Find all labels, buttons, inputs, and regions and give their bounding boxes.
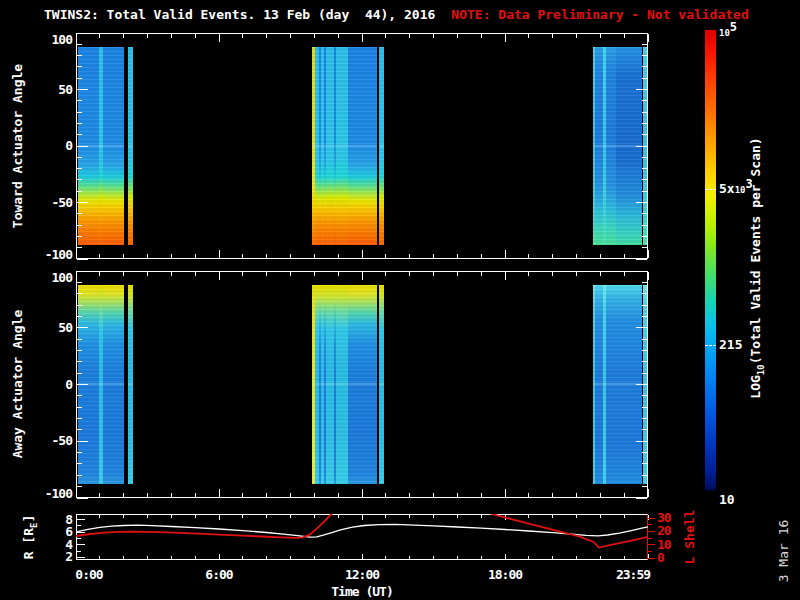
x-tick bbox=[576, 493, 577, 497]
x-tick bbox=[147, 272, 148, 276]
y-tick bbox=[642, 463, 647, 464]
x-tick bbox=[76, 250, 77, 258]
y-tick-label: 100 bbox=[38, 270, 72, 285]
y-tick bbox=[642, 213, 647, 214]
y-tick bbox=[77, 486, 82, 487]
x-axis-title: Time (UT) bbox=[327, 584, 397, 599]
y-tick bbox=[642, 236, 647, 237]
y-tick bbox=[636, 327, 647, 328]
colorbar-label: 10 bbox=[719, 492, 735, 507]
toward-heatmap-block bbox=[312, 47, 377, 246]
y-tick bbox=[642, 123, 647, 124]
zero-angle-band bbox=[643, 383, 647, 385]
x-tick bbox=[171, 34, 172, 38]
y-tick bbox=[642, 339, 647, 340]
x-tick bbox=[624, 254, 625, 258]
y-tick bbox=[77, 191, 82, 192]
y-tick bbox=[642, 191, 647, 192]
x-tick bbox=[362, 489, 363, 497]
y-tick bbox=[642, 316, 647, 317]
x-tick bbox=[147, 34, 148, 38]
x-tick bbox=[99, 493, 100, 497]
y-tick bbox=[77, 305, 82, 306]
y-tick bbox=[642, 361, 647, 362]
y-tick-label: -100 bbox=[38, 247, 72, 262]
colorbar-tick bbox=[705, 345, 716, 346]
y-tick bbox=[77, 89, 88, 90]
x-tick bbox=[171, 272, 172, 276]
x-tick bbox=[290, 272, 291, 276]
x-tick bbox=[552, 272, 553, 276]
x-tick bbox=[552, 34, 553, 38]
x-tick bbox=[171, 493, 172, 497]
r-axis-title: R [RE] bbox=[21, 515, 39, 560]
y-tick bbox=[77, 134, 82, 135]
y-tick bbox=[642, 78, 647, 79]
x-tick bbox=[147, 254, 148, 258]
y-tick bbox=[636, 33, 647, 34]
x-tick bbox=[385, 493, 386, 497]
y-tick bbox=[77, 100, 82, 101]
zero-angle-band bbox=[593, 383, 642, 385]
x-tick bbox=[338, 254, 339, 258]
x-tick bbox=[242, 272, 243, 276]
r-line bbox=[76, 524, 648, 537]
y-tick bbox=[642, 66, 647, 67]
x-tick bbox=[600, 254, 601, 258]
x-tick bbox=[338, 34, 339, 38]
y-tick bbox=[77, 475, 82, 476]
plot-title: TWINS2: Total Valid Events. 13 Feb (day … bbox=[44, 7, 749, 22]
l-shell-tick bbox=[648, 558, 655, 559]
x-tick bbox=[195, 272, 196, 276]
y-tick bbox=[642, 134, 647, 135]
away-heatmap-block bbox=[128, 285, 133, 485]
x-tick bbox=[409, 254, 410, 258]
y-tick bbox=[642, 225, 647, 226]
y-tick bbox=[77, 498, 88, 499]
away-y-axis-title: Away Actuator Angle bbox=[10, 310, 25, 459]
y-tick bbox=[636, 441, 647, 442]
colorbar-label: 105 bbox=[719, 24, 737, 39]
y-tick bbox=[77, 236, 82, 237]
colorbar-label: 215 bbox=[719, 337, 742, 352]
x-tick bbox=[219, 489, 220, 497]
colorbar-tick bbox=[705, 189, 716, 190]
zero-angle-band bbox=[593, 145, 642, 147]
y-tick bbox=[642, 247, 647, 248]
y-tick bbox=[642, 373, 647, 374]
x-tick bbox=[338, 493, 339, 497]
y-tick bbox=[642, 282, 647, 283]
x-tick bbox=[528, 272, 529, 276]
preliminary-note: NOTE: Data Preliminary - Not validated bbox=[451, 7, 748, 22]
y-tick bbox=[77, 395, 82, 396]
y-tick bbox=[642, 475, 647, 476]
x-tick bbox=[600, 272, 601, 276]
x-tick bbox=[648, 250, 649, 258]
x-tick-label-1800: 18:00 bbox=[470, 567, 540, 582]
y-tick bbox=[642, 55, 647, 56]
x-tick bbox=[433, 272, 434, 276]
x-tick bbox=[409, 272, 410, 276]
x-tick bbox=[528, 493, 529, 497]
y-tick bbox=[642, 112, 647, 113]
toward-heatmap-block bbox=[643, 47, 647, 246]
x-tick bbox=[409, 34, 410, 38]
x-tick bbox=[385, 254, 386, 258]
away-heatmap-block bbox=[593, 285, 642, 485]
y-tick bbox=[636, 202, 647, 203]
away-heatmap-block bbox=[379, 285, 384, 485]
zero-angle-band bbox=[128, 145, 133, 147]
y-tick bbox=[77, 225, 82, 226]
y-tick bbox=[77, 316, 82, 317]
x-tick bbox=[219, 250, 220, 258]
y-tick bbox=[642, 305, 647, 306]
y-tick bbox=[77, 179, 82, 180]
y-tick bbox=[642, 452, 647, 453]
y-tick bbox=[77, 78, 82, 79]
x-tick bbox=[99, 272, 100, 276]
x-tick-label-0600: 6:00 bbox=[184, 567, 254, 582]
y-tick bbox=[642, 293, 647, 294]
x-tick bbox=[600, 34, 601, 38]
y-tick bbox=[642, 429, 647, 430]
x-tick bbox=[290, 493, 291, 497]
